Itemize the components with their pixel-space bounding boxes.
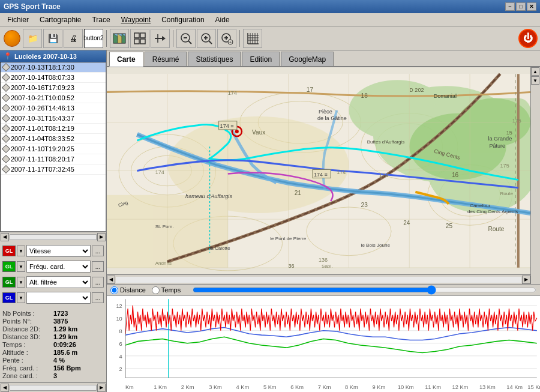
trace-diamond [2, 63, 10, 71]
graph-color-btn-3[interactable]: GL [2, 292, 16, 303]
svg-rect-5 [140, 33, 145, 38]
minimize-button[interactable]: − [505, 2, 515, 11]
chart-area: 12 10 8 6 4 2 Km 1 Km 2 Km 3 Km 4 Km 5 K… [107, 296, 540, 392]
map-horizontal-scrollbar[interactable]: ◀ ▶ [107, 274, 530, 284]
svg-text:Buttes d'Auffargis: Buttes d'Auffargis [367, 139, 405, 145]
hscroll-left-button[interactable]: ◀ [1, 233, 9, 241]
menu-waypoint[interactable]: Waypoint [116, 14, 156, 26]
toolbar-arrow-button[interactable] [151, 29, 170, 48]
graph-config-btn-3[interactable]: ... [92, 292, 104, 303]
chart-slider[interactable] [193, 286, 536, 294]
toolbar-save-button[interactable]: 💾 [43, 29, 62, 48]
distance-label: Distance [120, 286, 146, 294]
tab-carte[interactable]: Carte [109, 52, 143, 67]
graph-dropdown-2[interactable]: Alt. filtrée [26, 276, 91, 288]
stats-value-7: 156 Bpm [53, 364, 81, 372]
menu-fichier[interactable]: Fichier [2, 14, 34, 26]
graph-color-btn-0[interactable]: GL [2, 246, 16, 256]
toolbar-separator-1 [106, 30, 107, 47]
hscroll-right-button[interactable]: ▶ [97, 233, 106, 241]
maximize-button[interactable]: □ [516, 2, 526, 11]
scroll-left-button[interactable]: ◀ [107, 276, 115, 284]
svg-text:10 Km: 10 Km [398, 384, 414, 390]
trace-item[interactable]: 2007-11-01T08:12:19 [1, 124, 106, 134]
tab-statistiques[interactable]: Statistiques [188, 52, 241, 66]
tab-edition[interactable]: Edition [242, 52, 280, 66]
orange-button[interactable] [4, 30, 20, 47]
graph-dropdown-1[interactable]: Fréqu. card. [26, 261, 91, 273]
stats-row-8: Zone card. : 3 [2, 372, 104, 379]
trace-item[interactable]: 2007-10-31T15:43:37 [1, 113, 106, 124]
menu-trace[interactable]: Trace [87, 14, 115, 26]
toolbar-grid-button[interactable] [130, 29, 149, 48]
map-area[interactable]: hameau d'Auffargis Pièce de la Gâtine Bu… [107, 67, 540, 284]
power-button[interactable]: ⏻ [518, 29, 538, 48]
toolbar-open-button[interactable] [2, 29, 22, 48]
distance-radio[interactable] [110, 286, 118, 294]
svg-text:Carrefour: Carrefour [470, 203, 490, 208]
trace-item[interactable]: 2007-10-14T08:07:33 [1, 73, 106, 83]
trace-item[interactable]: 2007-10-16T17:09:23 [1, 83, 106, 93]
trace-item[interactable]: 2007-10-21T10:00:52 [1, 93, 106, 103]
toolbar-zoom-reset-button[interactable] [197, 29, 216, 48]
scroll-up-button[interactable]: ▲ [531, 67, 539, 76]
svg-rect-107 [107, 296, 540, 384]
trace-item[interactable]: 2007-11-04T08:33:52 [1, 134, 106, 144]
svg-text:Sabl.: Sabl. [322, 264, 332, 269]
toolbar-print-button[interactable]: 🖨 [64, 29, 83, 48]
menu-configuration[interactable]: Configuration [157, 14, 209, 26]
temps-radio[interactable] [152, 286, 160, 294]
graph-color-btn-2[interactable]: GL [2, 277, 16, 288]
trace-item[interactable]: 2007-11-10T19:20:25 [1, 144, 106, 154]
toolbar-chart-button[interactable] [243, 29, 262, 48]
graph-arrow-btn-0[interactable]: ▼ [17, 246, 25, 256]
svg-text:174: 174 [379, 172, 388, 178]
graph-color-btn-1[interactable]: GL [2, 261, 16, 272]
trace-list[interactable]: 2007-10-13T18:17:302007-10-14T08:07:3320… [0, 62, 106, 232]
svg-line-12 [188, 41, 191, 44]
hscroll-track[interactable] [10, 234, 97, 240]
distance-radio-label[interactable]: Distance [110, 286, 146, 294]
trace-diamond [2, 83, 10, 92]
stats-value-4: 0:09:26 [53, 341, 76, 348]
temps-radio-label[interactable]: Temps [152, 286, 181, 294]
svg-text:11 Km: 11 Km [425, 384, 441, 390]
trace-item[interactable]: 2007-11-17T07:32:45 [1, 164, 106, 175]
svg-text:Route: Route [488, 226, 504, 232]
graph-config-btn-2[interactable]: ... [92, 277, 104, 288]
toolbar-text-button[interactable]: button2 [84, 29, 103, 48]
trace-item[interactable]: 2007-11-11T08:20:17 [1, 154, 106, 164]
stats-row-6: Pente : 4 % [2, 357, 104, 364]
menu-aide[interactable]: Aide [211, 14, 235, 26]
toolbar-zoom-in-button[interactable]: + [217, 29, 236, 48]
trace-diamond [2, 145, 10, 153]
trace-item[interactable]: 2007-10-26T14:46:13 [1, 103, 106, 113]
sidebar-scroll-left[interactable]: ◀ [1, 384, 9, 392]
graph-dropdown-0[interactable]: Vitesse [26, 245, 91, 257]
svg-text:la Grande: la Grande [488, 136, 512, 142]
toolbar-folder-button[interactable]: 📁 [23, 29, 42, 48]
sidebar-hscroll[interactable]: ◀ ▶ [0, 232, 106, 241]
trace-item[interactable]: 2007-10-13T18:17:30 [1, 62, 106, 73]
graph-arrow-btn-3[interactable]: ▼ [17, 292, 25, 303]
graph-arrow-btn-1[interactable]: ▼ [17, 261, 25, 272]
toolbar-map-button[interactable] [110, 29, 129, 48]
tab-googlemap[interactable]: GoogleMap [281, 52, 334, 66]
tab-r-sum-[interactable]: Résumé [145, 52, 187, 66]
menu-cartographie[interactable]: Cartographie [35, 14, 86, 26]
sidebar-bottom-scroll[interactable]: ◀ ▶ [0, 382, 106, 392]
scroll-down-button[interactable]: ▼ [531, 76, 539, 85]
svg-text:17: 17 [307, 86, 314, 93]
graph-config-btn-1[interactable]: ... [92, 261, 104, 272]
scroll-right-button[interactable]: ▶ [522, 276, 530, 284]
svg-text:15 Km: 15 Km [527, 384, 540, 390]
map-vertical-scrollbar[interactable]: ▲ ▼ [530, 67, 540, 284]
toolbar-zoom-out-button[interactable] [176, 29, 196, 48]
sidebar-scroll-right[interactable]: ▶ [97, 384, 106, 392]
close-button[interactable]: ✕ [527, 2, 536, 11]
stats-label-8: Zone card. : [2, 372, 53, 379]
graph-config-btn-0[interactable]: ... [92, 246, 104, 256]
graph-arrow-btn-2[interactable]: ▼ [17, 277, 25, 288]
graph-dropdown-3[interactable] [26, 292, 91, 304]
sidebar-scroll-track[interactable] [10, 385, 97, 391]
